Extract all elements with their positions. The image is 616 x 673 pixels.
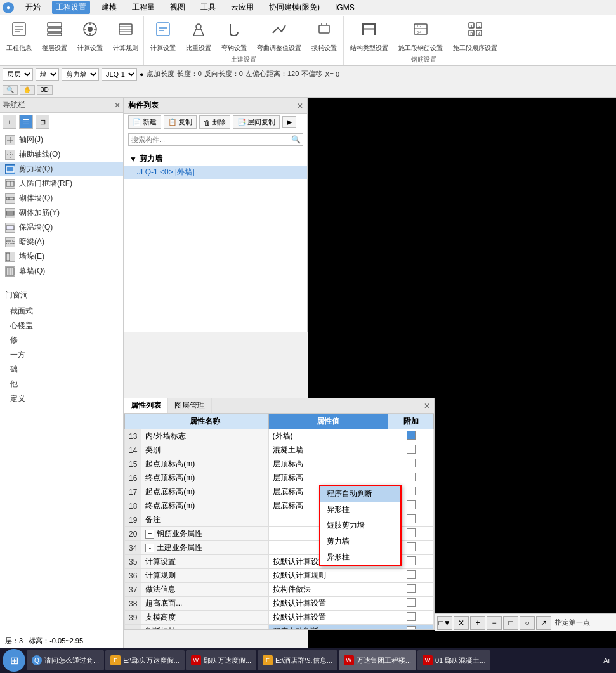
- taskbar-item-w1[interactable]: W 鄢庆万达度假...: [186, 650, 256, 670]
- prop-attach-15[interactable]: [388, 457, 434, 471]
- nav-item-custom[interactable]: 定义: [5, 391, 118, 406]
- ribbon-btn-structure-type[interactable]: 结构类型设置: [345, 18, 393, 55]
- toolbar-shearwall-select[interactable]: 剪力墙: [62, 68, 99, 81]
- component-search-input[interactable]: [128, 133, 303, 146]
- taskbar-item-w2[interactable]: W 万达集团工程楼...: [339, 650, 416, 670]
- prop-attach-39[interactable]: [388, 611, 434, 625]
- view-close-btn[interactable]: ✕: [454, 616, 469, 630]
- ribbon-btn-hook[interactable]: 弯钩设置: [216, 18, 252, 55]
- menu-cloud[interactable]: 云应用: [227, 1, 258, 14]
- nav-item-shearwall[interactable]: 剪力墙(Q): [0, 162, 123, 176]
- nav-icon-add[interactable]: +: [3, 115, 16, 129]
- toolbar-layer-select[interactable]: 层层: [3, 68, 33, 81]
- ribbon-btn-stage-rebar[interactable]: 1 23 4 施工段钢筋设置: [393, 18, 448, 55]
- prop-attach-38[interactable]: [388, 597, 434, 611]
- taskbar-item-e1[interactable]: E E:\鄢庆万达度假...: [105, 650, 185, 670]
- menu-start[interactable]: 开始: [22, 1, 44, 14]
- prop-attach-40[interactable]: [388, 625, 434, 630]
- menu-build[interactable]: 建模: [98, 1, 121, 14]
- nav-item-aux-grid[interactable]: 辅助轴线(O): [0, 147, 123, 162]
- menu-tools[interactable]: 工具: [197, 1, 220, 14]
- attach-checkbox-35[interactable]: [407, 556, 416, 565]
- tree-group-shearwall-label[interactable]: ▼ 剪力墙: [124, 152, 307, 166]
- attach-checkbox-20[interactable]: [407, 528, 416, 537]
- view-btn-zoom[interactable]: 🔍: [3, 85, 18, 95]
- component-new-btn[interactable]: 📄 新建: [128, 115, 161, 129]
- taskbar-item-qa[interactable]: Q 请问怎么通过套...: [27, 650, 104, 670]
- dropdown-item-irregular-col[interactable]: 异形柱: [320, 502, 400, 518]
- ribbon-btn-calc-rules[interactable]: 计算规则: [108, 18, 143, 55]
- nav-item-foundation[interactable]: 础: [5, 362, 118, 377]
- view-plus-btn[interactable]: +: [470, 616, 485, 630]
- windows-start-btn[interactable]: ⊞: [3, 649, 25, 672]
- view-expand-btn[interactable]: ↗: [536, 616, 551, 630]
- nav-item-grid[interactable]: 轴网(J): [0, 133, 123, 147]
- attach-checkbox-34[interactable]: [407, 542, 416, 551]
- attach-checkbox-40[interactable]: [407, 626, 416, 629]
- menu-view[interactable]: 视图: [166, 1, 189, 14]
- nav-item-hidden-beam[interactable]: 暗梁(A): [0, 235, 123, 249]
- view-btn-3d[interactable]: 3D: [37, 85, 53, 95]
- view-rect-btn[interactable]: □: [503, 616, 518, 630]
- view-minus-btn[interactable]: −: [487, 616, 502, 630]
- attach-checkbox-15[interactable]: [407, 459, 416, 467]
- ribbon-btn-calc-settings2[interactable]: 计算设置: [145, 18, 181, 55]
- view-btn-pan[interactable]: ✋: [20, 85, 35, 95]
- tree-item-jlq1[interactable]: JLQ-1 <0> [外墙]: [124, 166, 307, 179]
- attach-checkbox-17[interactable]: [407, 487, 416, 495]
- expand-btn-20[interactable]: +: [145, 530, 154, 539]
- attach-checkbox-18[interactable]: [407, 500, 416, 509]
- nav-item-masonry-rebar[interactable]: 砌体加筋(Y): [0, 206, 123, 220]
- component-more-btn[interactable]: ▶: [282, 116, 296, 128]
- ribbon-btn-loss[interactable]: 损耗设置: [306, 18, 342, 55]
- dropdown-item-short-shear[interactable]: 短肢剪力墙: [320, 518, 400, 533]
- nav-icon-grid[interactable]: ⊞: [36, 115, 49, 129]
- component-panel-close[interactable]: ✕: [297, 101, 303, 110]
- expand-btn-34[interactable]: -: [145, 544, 154, 552]
- nav-item-formula[interactable]: 截面式: [5, 304, 118, 318]
- menu-igms[interactable]: IGMS: [331, 2, 358, 13]
- menu-quantities[interactable]: 工程量: [128, 1, 159, 14]
- view-circle-btn[interactable]: ○: [520, 616, 535, 630]
- menu-collab[interactable]: 协同建模(限免): [265, 1, 324, 14]
- attach-checkbox-16[interactable]: [407, 473, 416, 481]
- nav-item-decor[interactable]: 修: [5, 333, 118, 348]
- taskbar-item-e2[interactable]: E E:\酒店群\9.信息...: [258, 650, 337, 670]
- dropdown-item-auto[interactable]: 程序自动判断: [320, 486, 400, 502]
- toolbar-component-select[interactable]: JLQ-1: [102, 68, 137, 81]
- attach-checkbox-19[interactable]: [407, 514, 416, 523]
- nav-item-center-cover[interactable]: 心楼盖: [5, 318, 118, 333]
- ribbon-btn-calc-settings[interactable]: 计算设置: [72, 18, 108, 55]
- ribbon-btn-floor-settings[interactable]: 楼层设置: [37, 18, 72, 55]
- dropdown-item-irregular-col2[interactable]: 异形柱: [320, 549, 400, 565]
- attach-checkbox-38[interactable]: [407, 598, 416, 607]
- prop-value-40[interactable]: 程序自动判断 ▼: [268, 625, 388, 630]
- attach-checkbox-37[interactable]: [407, 584, 416, 593]
- attach-checkbox-13[interactable]: [407, 431, 416, 440]
- nav-item-curtain-wall[interactable]: 幕墙(Q): [0, 264, 123, 278]
- dropdown-item-shear-wall[interactable]: 剪力墙: [320, 533, 400, 549]
- taskbar-item-w3[interactable]: W 01 鄢庆混凝土...: [417, 650, 490, 670]
- props-tab-list[interactable]: 属性列表: [124, 398, 168, 413]
- prop-attach-16[interactable]: [388, 471, 434, 485]
- ribbon-btn-bend-adjust[interactable]: 弯曲调整值设置: [252, 18, 306, 55]
- view-select-btn[interactable]: □▼: [437, 616, 452, 630]
- prop-attach-36[interactable]: [388, 569, 434, 583]
- ribbon-btn-project-info[interactable]: 工程信息: [1, 18, 37, 55]
- prop-attach-37[interactable]: [388, 583, 434, 597]
- prop-attach-14[interactable]: [388, 443, 434, 457]
- attach-checkbox-39[interactable]: [407, 612, 416, 621]
- ribbon-btn-weight[interactable]: 比重设置: [181, 18, 216, 55]
- component-floor-copy-btn[interactable]: 📑 层间复制: [233, 115, 280, 129]
- nav-item-square[interactable]: 一方: [5, 348, 118, 362]
- nav-item-masonry-wall[interactable]: 砌体墙(Q): [0, 191, 123, 206]
- component-copy-btn[interactable]: 📋 复制: [164, 115, 197, 129]
- menu-engineering-settings[interactable]: 工程设置: [52, 1, 90, 14]
- attach-checkbox-36[interactable]: [407, 570, 416, 579]
- props-close-btn[interactable]: ✕: [420, 402, 434, 410]
- ribbon-btn-stage-order[interactable]: 1234 施工段顺序设置: [448, 18, 502, 55]
- nav-item-other[interactable]: 他: [5, 377, 118, 391]
- attach-checkbox-14[interactable]: [407, 445, 416, 454]
- nav-item-insulation-wall[interactable]: 保温墙(Q): [0, 220, 123, 235]
- nav-item-rf-wall[interactable]: 人防门框墙(RF): [0, 176, 123, 191]
